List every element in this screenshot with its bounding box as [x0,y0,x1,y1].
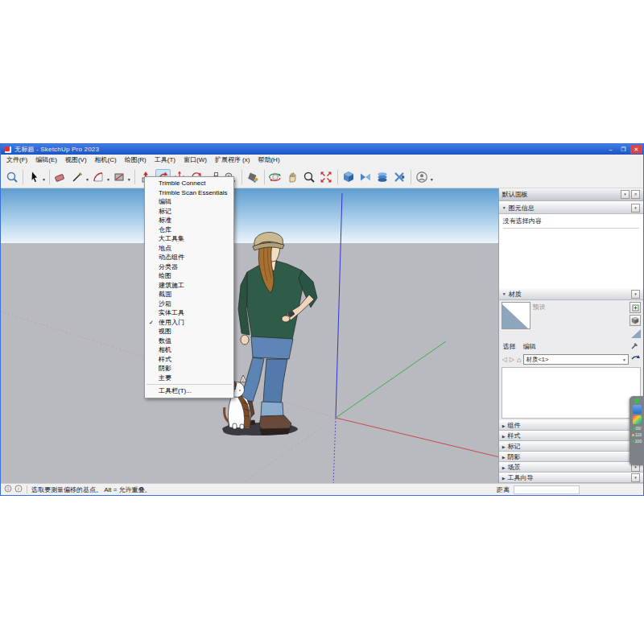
materials-body: 预设 选择 编辑 [499,300,643,367]
section-entity-info[interactable]: ▼ 图元信息 ▾ [499,201,643,214]
share-model-icon[interactable] [358,169,374,184]
context-menu-item[interactable]: 实体工具 [145,308,233,318]
line-icon[interactable] [70,169,85,184]
section-工具向导[interactable]: ▶工具向导▾ [499,473,643,483]
menubar-item[interactable]: 编辑(E) [31,155,61,166]
create-material-button[interactable] [630,302,641,313]
menubar-item[interactable]: 绘图(R) [121,155,151,166]
context-menu-item[interactable]: 沙箱 [145,299,233,309]
context-menu-item[interactable]: 标记 [145,207,233,217]
rectangle-icon[interactable] [112,169,127,184]
context-menu-item[interactable]: ✓使用入门 [145,318,233,328]
context-menu-item[interactable]: 相机 [145,345,233,355]
context-menu-item[interactable]: 视图 [145,327,233,336]
overlay-color-icon[interactable] [633,415,642,424]
eraser-icon[interactable] [53,169,68,184]
3d-warehouse-icon[interactable] [341,169,357,184]
material-name-field[interactable]: 预设 [533,302,627,338]
context-menu-item[interactable]: 标准 [145,216,233,225]
zoom-extents-icon[interactable] [319,169,334,184]
active-material-swatch [631,329,641,338]
share-component-icon[interactable] [375,169,390,184]
menubar-item[interactable]: 文件(F) [2,155,31,166]
zoom-icon[interactable] [302,169,317,184]
toolbar-separator [264,170,265,184]
overlay-metric-row: 100 [632,439,642,444]
extension-warehouse-icon[interactable] [392,169,407,184]
context-menu-item[interactable]: 工具栏(T)... [145,386,233,396]
paint-model-button[interactable] [630,315,641,326]
section-场景[interactable]: ▶场景▾ [499,462,643,473]
select-dropdown-caret[interactable]: ▼ [42,177,46,182]
pan-icon[interactable] [285,169,300,184]
section-阴影[interactable]: ▶阴影▾ [499,452,643,462]
account-dropdown-caret[interactable]: ▼ [430,177,434,182]
rectangle-dropdown-caret[interactable]: ▼ [127,177,131,182]
window-controls: ‒ ❐ ✕ [605,144,643,155]
material-collection-select[interactable]: 材质<1> ▼ [523,354,629,365]
tab-edit[interactable]: 编辑 [523,342,536,351]
context-menu-item[interactable]: 仓库 [145,225,233,235]
sample-paint-dropper-icon[interactable] [631,341,639,351]
materials-list[interactable] [502,367,641,419]
menu-separator [147,384,232,385]
toolbar-separator [242,170,242,184]
close-button[interactable]: ✕ [630,145,642,154]
screen-overlay-widget[interactable]: 00/110100 [630,396,644,465]
details-arrow-icon[interactable] [631,354,640,365]
arc-dropdown-caret[interactable]: ▼ [106,177,110,182]
sketchup-window: 无标题 - SketchUp Pro 2023 ‒ ❐ ✕ 文件(F)编辑(E)… [0,143,644,496]
context-menu-item[interactable]: 动态组件 [145,253,233,262]
material-preview [502,302,530,329]
menubar-item[interactable]: 工具(T) [151,155,180,166]
context-menu-item[interactable]: 样式 [145,355,233,365]
minimize-button[interactable]: ‒ [605,145,617,154]
context-menu-item[interactable]: 建筑施工 [145,281,233,291]
context-menu-item[interactable]: Trimble Scan Essentials [145,188,233,198]
tray-close-button[interactable]: ✕ [631,190,640,199]
context-menu-item[interactable]: 绘图 [145,271,233,281]
context-menu-item[interactable]: 编辑 [145,197,233,207]
context-menu-item[interactable]: 主要 [145,374,233,383]
menubar-item[interactable]: 帮助(H) [254,155,283,166]
arc-icon[interactable] [91,169,106,184]
context-menu-item[interactable]: 大工具集 [145,234,233,244]
menubar-item[interactable]: 相机(C) [91,155,121,166]
section-options-button[interactable]: ▾ [631,204,640,213]
credits-info-icon[interactable]: i [14,485,23,494]
measurement-input[interactable] [514,485,580,494]
toolbar-separator [23,170,23,184]
context-menu-item[interactable]: 数值 [145,336,233,346]
select-icon[interactable] [27,169,42,184]
context-menu-item[interactable]: 地点 [145,244,233,254]
modeling-viewport[interactable] [1,188,498,483]
paint-bucket-icon[interactable] [246,169,261,184]
geolocation-icon[interactable] [4,485,12,494]
orbit-icon[interactable] [268,169,283,184]
context-menu-item[interactable]: 截面 [145,290,233,299]
section-options-button[interactable]: ▾ [631,290,640,299]
context-menu-item[interactable]: Trimble Connect [145,179,233,188]
menubar-item[interactable]: 窗口(W) [180,155,211,166]
maximize-button[interactable]: ❐ [617,145,630,154]
section-标记[interactable]: ▶标记▾ [499,441,643,452]
tab-select[interactable]: 选择 [503,342,516,351]
context-menu-item[interactable]: 分类器 [145,262,233,272]
context-menu-item[interactable]: 阴影 [145,364,233,374]
toolbar-separator [134,170,135,184]
section-样式[interactable]: ▶样式▾ [499,431,643,441]
overlay-app-icon[interactable] [633,405,642,414]
menubar-item[interactable]: 扩展程序 (x) [211,155,254,166]
in-model-icon[interactable]: ⌂ [517,356,521,364]
back-arrow-icon[interactable]: ◁ [502,356,507,363]
section-组件[interactable]: ▶组件▾ [499,420,643,431]
tray-pin-button[interactable]: ▾ [621,190,630,199]
chevron-right-icon: ▶ [502,444,506,449]
menubar-item[interactable]: 视图(V) [61,155,91,166]
line-dropdown-caret[interactable]: ▼ [85,177,89,182]
section-materials[interactable]: ▼ 材质 ▾ [499,287,643,300]
forward-arrow-icon[interactable]: ▷ [510,356,514,363]
search-icon[interactable] [4,169,19,184]
account-icon[interactable] [415,169,430,184]
section-options-button[interactable]: ▾ [631,473,640,482]
